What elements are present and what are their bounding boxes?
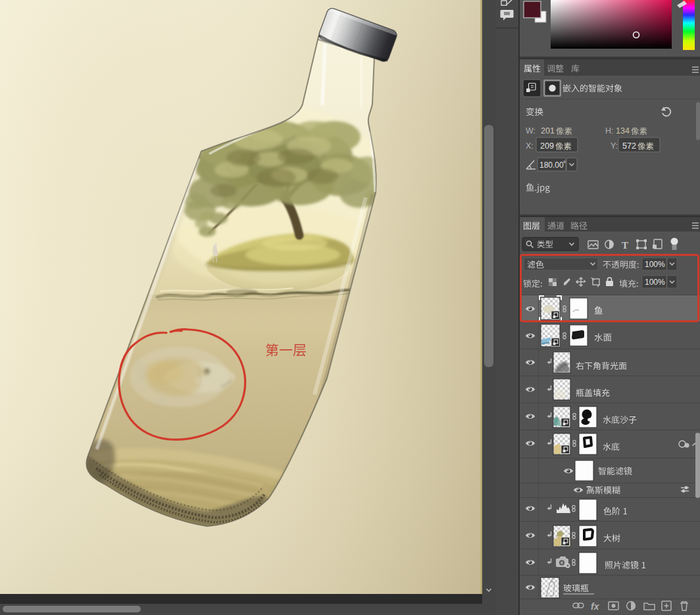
svg-text:Y:: Y:: [611, 141, 618, 151]
svg-text:100%: 100%: [645, 278, 665, 287]
svg-text:W:: W:: [526, 126, 536, 135]
svg-text:209: 209: [540, 141, 554, 151]
svg-text:100%: 100%: [645, 260, 665, 269]
svg-text:180.00: 180.00: [539, 160, 564, 170]
svg-text:H:: H:: [605, 126, 614, 135]
svg-text:572: 572: [622, 141, 636, 151]
svg-text:134: 134: [616, 126, 630, 135]
svg-text:201: 201: [541, 126, 555, 135]
svg-text:T: T: [622, 240, 628, 251]
svg-text:fx: fx: [591, 601, 600, 612]
svg-text:°: °: [563, 160, 566, 167]
svg-text:X:: X:: [526, 141, 534, 151]
